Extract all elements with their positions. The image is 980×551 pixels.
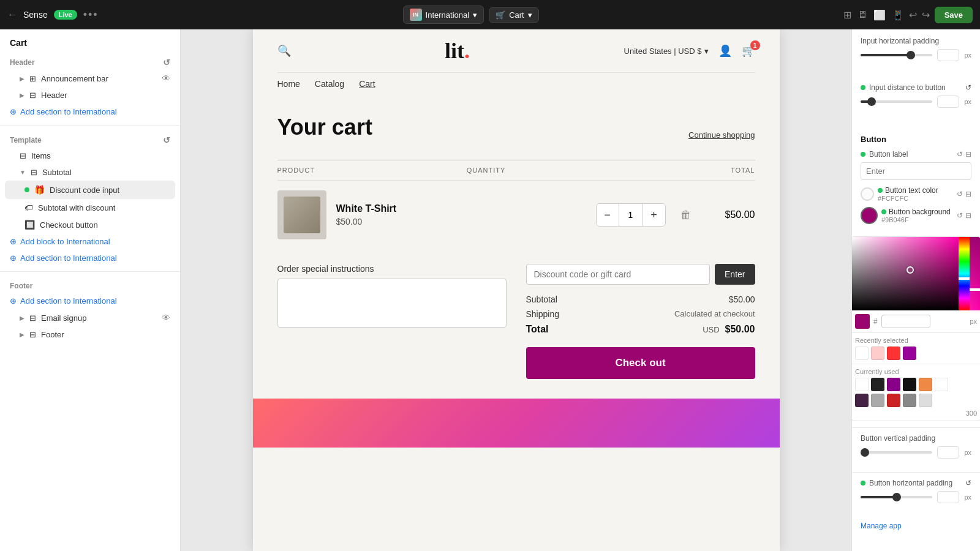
input-horizontal-padding-label: Input horizontal padding xyxy=(861,37,971,45)
recent-swatch-1[interactable] xyxy=(855,347,869,360)
slider-thumb[interactable] xyxy=(907,51,915,59)
locale-selector[interactable]: IN International ▾ xyxy=(403,6,484,24)
text-color-reset-icon[interactable]: ↺ xyxy=(957,190,963,198)
btn-horizontal-padding-slider[interactable] xyxy=(861,496,932,498)
tablet-icon[interactable]: ⬜ xyxy=(873,9,886,21)
template-reset-icon[interactable]: ↺ xyxy=(163,135,170,145)
cart-quantity-control[interactable]: − + xyxy=(596,203,666,227)
eye-icon[interactable]: 👁 xyxy=(162,73,170,83)
current-swatch-4[interactable] xyxy=(903,378,916,391)
back-button[interactable]: ← xyxy=(7,9,17,20)
add-section-international-2[interactable]: ⊕ Add section to International xyxy=(5,250,175,266)
input-padding-slider[interactable] xyxy=(861,54,932,56)
text-color-copy-icon[interactable]: ⊟ xyxy=(965,190,971,198)
btn-horiz-thumb[interactable] xyxy=(892,493,901,501)
desktop-icon[interactable]: 🖥 xyxy=(858,9,867,20)
sidebar-item-items[interactable]: ⊟ Items xyxy=(5,148,175,164)
input-distance-slider[interactable] xyxy=(861,100,932,103)
button-vertical-padding-label: Button vertical padding xyxy=(861,434,971,443)
current-swatch-3[interactable] xyxy=(887,378,900,391)
button-text-color-swatch[interactable] xyxy=(861,187,874,201)
current-swatch-9[interactable] xyxy=(887,394,900,407)
current-swatch-11[interactable] xyxy=(919,394,932,407)
store-locale-selector[interactable]: United States | USD $ ▾ xyxy=(624,47,709,56)
topbar: ← Sense Live ••• IN International ▾ 🛒 Ca… xyxy=(0,0,980,29)
store-user-icon[interactable]: 👤 xyxy=(718,44,732,58)
nav-cart[interactable]: Cart xyxy=(359,79,375,89)
gradient-box[interactable] xyxy=(851,237,980,310)
current-swatch-6[interactable] xyxy=(935,378,948,391)
hex-color-input[interactable]: 9B046F xyxy=(881,315,930,328)
cart-selector[interactable]: 🛒 Cart ▾ xyxy=(489,7,539,23)
input-distance-value[interactable]: 6 xyxy=(937,96,959,108)
distance-slider-thumb[interactable] xyxy=(867,97,876,106)
cart-item-info: White T-Shirt $50.00 xyxy=(336,203,586,227)
btn-vertical-padding-slider[interactable] xyxy=(861,451,932,454)
cart-delete-button[interactable]: 🗑 xyxy=(676,209,696,222)
add-section-international-footer[interactable]: ⊕ Add section to International xyxy=(5,293,175,309)
qty-increase-button[interactable]: + xyxy=(643,204,665,226)
btn-label-reset-icon[interactable]: ↺ xyxy=(957,150,963,159)
left-sidebar: Cart Header ↺ ▶ ⊞ Announcement bar 👁 ▶ ⊟… xyxy=(0,29,181,551)
qty-decrease-button[interactable]: − xyxy=(597,204,619,226)
button-bg-color-swatch[interactable] xyxy=(861,207,878,224)
btn-horizontal-padding-value[interactable]: 16 xyxy=(937,491,959,503)
btn-label-copy-icon[interactable]: ⊟ xyxy=(965,150,971,159)
store-cart-icon[interactable]: 🛒 1 xyxy=(742,44,755,58)
add-block-label: Add block to International xyxy=(20,237,110,246)
sidebar-item-announcement[interactable]: ▶ ⊞ Announcement bar 👁 xyxy=(5,70,175,87)
bg-color-reset-icon[interactable]: ↺ xyxy=(957,211,963,220)
manage-app-link[interactable]: Manage app xyxy=(852,517,980,535)
discount-enter-button[interactable]: Enter xyxy=(715,264,755,285)
email-eye-icon[interactable]: 👁 xyxy=(162,313,170,323)
checkout-button[interactable]: Check out xyxy=(526,347,755,379)
gradient-inner[interactable] xyxy=(851,237,959,310)
input-padding-value[interactable]: 11 xyxy=(937,49,959,61)
current-swatch-2[interactable] xyxy=(871,378,884,391)
sidebar-item-discount-code[interactable]: 🎁 Discount code input xyxy=(5,181,175,199)
customize-icon[interactable]: ⊞ xyxy=(843,9,851,21)
sidebar-item-email-signup[interactable]: ▶ ⊟ Email signup 👁 xyxy=(5,309,175,326)
qty-input[interactable] xyxy=(619,204,643,226)
button-bg-color-row: Button background #9B046F ↺ ⊟ xyxy=(861,207,971,224)
store-search-icon[interactable]: 🔍 xyxy=(277,44,291,58)
hex-color-swatch[interactable] xyxy=(855,314,870,329)
current-swatch-5[interactable] xyxy=(919,378,932,391)
add-section-international-1[interactable]: ⊕ Add section to International xyxy=(5,103,175,120)
mobile-icon[interactable]: 📱 xyxy=(892,9,904,21)
discount-code-input[interactable] xyxy=(526,264,710,285)
current-swatch-10[interactable] xyxy=(903,394,916,407)
sidebar-item-subtotal[interactable]: ▼ ⊟ Subtotal xyxy=(5,164,175,181)
header-reset-icon[interactable]: ↺ xyxy=(163,58,170,67)
more-menu-button[interactable]: ••• xyxy=(83,9,99,21)
nav-catalog[interactable]: Catalog xyxy=(315,79,344,89)
current-swatch-1[interactable] xyxy=(855,378,869,391)
sidebar-item-subtotal-discount[interactable]: 🏷 Subtotal with discount xyxy=(5,199,175,216)
undo-button[interactable]: ↩ xyxy=(909,9,917,21)
color-picker[interactable]: # 9B046F px Recently selected Currently … xyxy=(851,236,980,421)
recent-swatch-3[interactable] xyxy=(887,347,900,360)
right-sidebar: Input horizontal padding 11 px Input dis… xyxy=(851,29,980,551)
redo-button[interactable]: ↪ xyxy=(922,9,930,21)
add-block-international[interactable]: ⊕ Add block to International xyxy=(5,233,175,250)
save-button[interactable]: Save xyxy=(935,7,973,23)
button-label-input[interactable] xyxy=(861,162,971,180)
continue-shopping-link[interactable]: Continue shopping xyxy=(688,130,755,140)
current-swatch-7[interactable] xyxy=(855,394,869,407)
sidebar-item-footer[interactable]: ▶ ⊟ Footer xyxy=(5,326,175,343)
btn-horiz-reset-icon[interactable]: ↺ xyxy=(965,479,971,487)
current-swatch-8[interactable] xyxy=(871,394,884,407)
nav-home[interactable]: Home xyxy=(277,79,300,89)
btn-vertical-padding-value[interactable]: 0 xyxy=(937,446,959,459)
sidebar-item-header[interactable]: ▶ ⊟ Header xyxy=(5,87,175,103)
hue-bar[interactable] xyxy=(959,237,970,310)
sidebar-item-checkout-button[interactable]: 🔲 Checkout button xyxy=(5,216,175,233)
bg-color-copy-icon[interactable]: ⊟ xyxy=(965,211,971,220)
alpha-bar[interactable] xyxy=(970,237,980,310)
cart-instructions-textarea[interactable] xyxy=(277,279,507,328)
btn-vert-thumb[interactable] xyxy=(861,448,869,457)
gradient-cursor[interactable] xyxy=(907,266,914,274)
recent-swatch-4[interactable] xyxy=(903,347,916,360)
recent-swatch-2[interactable] xyxy=(871,347,884,360)
distance-reset-icon[interactable]: ↺ xyxy=(965,83,971,92)
